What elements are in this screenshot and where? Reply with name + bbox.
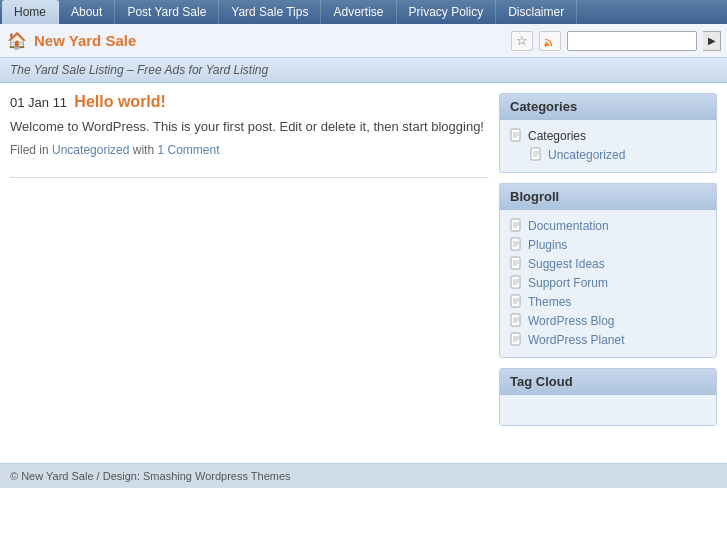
- svg-point-0: [545, 43, 548, 46]
- rss-button[interactable]: [539, 31, 561, 51]
- categories-widget-body: Categories Uncategorized: [500, 120, 716, 172]
- blogroll-item-support-forum: Support Forum: [510, 273, 706, 292]
- page-icon: [510, 313, 523, 328]
- post-meta: Filed in Uncategorized with 1 Comment: [10, 143, 489, 157]
- page-icon: [510, 128, 523, 143]
- blogroll-widget-title: Blogroll: [500, 184, 716, 210]
- address-bar: 🏠 New Yard Sale ☆ ▶: [0, 24, 727, 58]
- blogroll-item-wordpress-blog: WordPress Blog: [510, 311, 706, 330]
- comment-link[interactable]: 1 Comment: [157, 143, 219, 157]
- search-input[interactable]: [567, 31, 697, 51]
- documentation-link[interactable]: Documentation: [528, 219, 609, 233]
- footer-text: © New Yard Sale / Design: Smashing Wordp…: [10, 470, 291, 482]
- page-icon: [510, 237, 523, 252]
- blogroll-widget: Blogroll Documentation: [499, 183, 717, 358]
- content-area: 01 Jan 11 Hello world! Welcome to WordPr…: [10, 93, 489, 453]
- tagline-bar: The Yard Sale Listing – Free Ads for Yar…: [0, 58, 727, 83]
- post-body: Welcome to WordPress. This is your first…: [10, 117, 489, 137]
- suggest-ideas-link[interactable]: Suggest Ideas: [528, 257, 605, 271]
- tagcloud-widget-title: Tag Cloud: [500, 369, 716, 395]
- sidebar: Categories Categories: [499, 93, 717, 453]
- blogroll-item-plugins: Plugins: [510, 235, 706, 254]
- footer: © New Yard Sale / Design: Smashing Wordp…: [0, 463, 727, 488]
- nav-tab-yard-sale-tips[interactable]: Yard Sale Tips: [219, 0, 321, 24]
- page-icon: [510, 256, 523, 271]
- categories-widget-title: Categories: [500, 94, 716, 120]
- blogroll-item-wordpress-planet: WordPress Planet: [510, 330, 706, 349]
- blogroll-item-themes: Themes: [510, 292, 706, 311]
- page-icon: [510, 294, 523, 309]
- page-icon: [510, 332, 523, 347]
- page-icon-sub: [530, 147, 543, 162]
- post-date: 01 Jan 11 Hello world!: [10, 93, 489, 111]
- with-text: with: [133, 143, 158, 157]
- site-title[interactable]: New Yard Sale: [34, 32, 505, 49]
- nav-tab-advertise[interactable]: Advertise: [321, 0, 396, 24]
- support-forum-link[interactable]: Support Forum: [528, 276, 608, 290]
- wordpress-planet-link[interactable]: WordPress Planet: [528, 333, 625, 347]
- blogroll-item-documentation: Documentation: [510, 216, 706, 235]
- post-divider: [10, 177, 489, 178]
- categories-sub-item-uncategorized: Uncategorized: [510, 145, 706, 164]
- main-layout: 01 Jan 11 Hello world! Welcome to WordPr…: [0, 83, 727, 463]
- categories-widget: Categories Categories: [499, 93, 717, 173]
- themes-link[interactable]: Themes: [528, 295, 571, 309]
- filed-in-text: Filed in: [10, 143, 49, 157]
- search-go-button[interactable]: ▶: [703, 31, 721, 51]
- category-link[interactable]: Uncategorized: [52, 143, 129, 157]
- post-title[interactable]: Hello world!: [74, 93, 166, 110]
- categories-parent-label: Categories: [528, 129, 586, 143]
- uncategorized-link[interactable]: Uncategorized: [548, 148, 625, 162]
- rss-icon: [544, 35, 556, 47]
- nav-tab-privacy-policy[interactable]: Privacy Policy: [397, 0, 497, 24]
- post: 01 Jan 11 Hello world! Welcome to WordPr…: [10, 93, 489, 157]
- nav-tab-disclaimer[interactable]: Disclaimer: [496, 0, 577, 24]
- tagcloud-widget-body: [500, 395, 716, 425]
- nav-tab-home[interactable]: Home: [2, 0, 59, 24]
- tagline-text: The Yard Sale Listing – Free Ads for Yar…: [10, 63, 268, 77]
- wordpress-blog-link[interactable]: WordPress Blog: [528, 314, 614, 328]
- page-icon: [510, 218, 523, 233]
- categories-parent-item: Categories: [510, 126, 706, 145]
- plugins-link[interactable]: Plugins: [528, 238, 567, 252]
- home-button[interactable]: 🏠: [6, 30, 28, 52]
- bookmark-button[interactable]: ☆: [511, 31, 533, 51]
- tagcloud-widget: Tag Cloud: [499, 368, 717, 426]
- nav-tab-about[interactable]: About: [59, 0, 115, 24]
- nav-bar: Home About Post Yard Sale Yard Sale Tips…: [0, 0, 727, 24]
- page-icon: [510, 275, 523, 290]
- blogroll-item-suggest-ideas: Suggest Ideas: [510, 254, 706, 273]
- nav-tab-post-yard-sale[interactable]: Post Yard Sale: [115, 0, 219, 24]
- post-date-text: 01 Jan 11: [10, 95, 67, 110]
- blogroll-widget-body: Documentation Plugins: [500, 210, 716, 357]
